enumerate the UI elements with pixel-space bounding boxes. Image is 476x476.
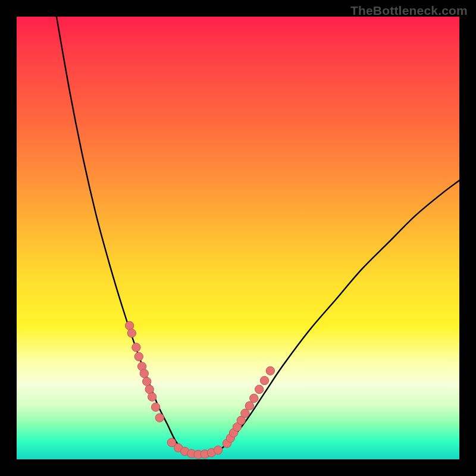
watermark-text: TheBottleneck.com: [350, 4, 468, 18]
data-marker: [134, 352, 143, 361]
curve-svg: [17, 17, 459, 459]
data-marker: [127, 329, 136, 337]
data-marker: [126, 321, 134, 330]
data-marker: [214, 446, 222, 454]
data-marker: [266, 367, 274, 375]
data-marker: [148, 393, 156, 401]
plot-area: [17, 17, 459, 459]
chart-frame: TheBottleneck.com: [0, 0, 476, 476]
data-marker: [260, 376, 268, 384]
data-marker: [132, 343, 140, 352]
data-marker: [140, 369, 148, 378]
data-marker: [151, 403, 159, 411]
data-marker: [155, 414, 164, 422]
marker-group: [126, 321, 275, 459]
data-marker: [241, 409, 249, 417]
data-marker: [255, 385, 264, 393]
data-marker: [250, 394, 258, 402]
data-marker: [143, 377, 151, 386]
data-marker: [245, 402, 253, 410]
